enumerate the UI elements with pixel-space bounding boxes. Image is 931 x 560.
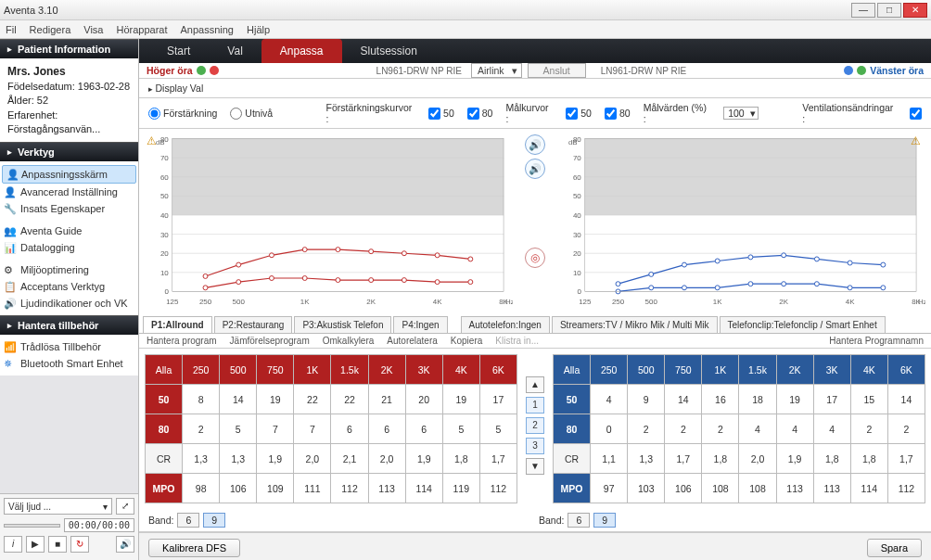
tab-fit[interactable]: Anpassa: [261, 39, 342, 63]
sidebar-acceptance[interactable]: 📋Acceptans Verktyg: [0, 278, 138, 295]
step-down-button[interactable]: ▼: [526, 458, 544, 475]
target-pct-select[interactable]: 100: [723, 107, 759, 120]
calibrate-dfs-button[interactable]: Kalibrera DFS: [148, 539, 240, 557]
menu-help[interactable]: Hjälp: [247, 24, 270, 35]
step-1-button[interactable]: 1: [526, 397, 544, 414]
menu-edit[interactable]: Redigera: [30, 24, 71, 35]
warn-icon[interactable]: ⚠: [147, 134, 159, 147]
warn-icon[interactable]: ⚠: [911, 134, 924, 147]
svg-text:500: 500: [645, 298, 658, 306]
svg-point-86: [682, 286, 686, 290]
media-stop[interactable]: ■: [48, 536, 67, 553]
sound-icon: 🔊: [4, 298, 17, 311]
link-combo[interactable]: Airlink: [471, 63, 522, 78]
sub-manage-programs[interactable]: Hantera program: [147, 336, 217, 346]
step-up-button[interactable]: ▲: [526, 376, 544, 393]
prog-tab-p1[interactable]: P1:Allround: [143, 316, 212, 333]
band-6-right[interactable]: 6: [568, 513, 590, 528]
sidebar-advanced[interactable]: 👤Avancerad Inställning: [0, 184, 138, 200]
gain-table-right-ear[interactable]: Alla2505007501K1.5k2K3K4K6K5081419222221…: [145, 354, 517, 503]
prog-tab-autophone[interactable]: Autotelefon:Ingen: [461, 316, 550, 333]
band-9-right[interactable]: 9: [593, 513, 616, 528]
accessories-panel-header[interactable]: Hantera tillbehör: [0, 315, 138, 335]
svg-text:10: 10: [160, 269, 169, 277]
vent-check[interactable]: [910, 108, 922, 120]
svg-point-83: [881, 262, 886, 267]
prog-tab-p4[interactable]: P4:Ingen: [393, 316, 447, 333]
sub-recalc[interactable]: Omkalkylera: [323, 336, 375, 346]
menu-file[interactable]: Fil: [6, 24, 17, 35]
svg-text:10: 10: [573, 269, 581, 277]
sidebar-sound-ind[interactable]: 🔊Ljudindikationer och VK: [0, 295, 138, 312]
display-select[interactable]: Display Val: [148, 83, 203, 94]
save-button[interactable]: Spara: [867, 539, 922, 557]
menu-hearing-aid[interactable]: Hörapparat: [116, 24, 167, 35]
tab-end-session[interactable]: Slutsession: [342, 39, 436, 63]
wireless-icon: 📶: [4, 341, 17, 354]
speaker-left-button[interactable]: 🔊: [525, 134, 545, 155]
connect-button[interactable]: Anslut: [528, 63, 586, 78]
right-ear-label: Höger öra: [147, 65, 219, 76]
guide-icon: 👥: [4, 225, 17, 238]
status-dot-icon: [857, 66, 866, 75]
close-button[interactable]: ✕: [903, 3, 927, 18]
prog-tab-p2[interactable]: P2:Restaurang: [214, 316, 293, 333]
svg-text:60: 60: [573, 173, 581, 182]
sidebar-insert-props[interactable]: 🔧Insats Egenskaper: [0, 200, 138, 217]
svg-point-80: [782, 253, 786, 258]
svg-text:70: 70: [573, 154, 581, 162]
sub-compare[interactable]: Jämförelseprogram: [230, 336, 310, 346]
step-3-button[interactable]: 3: [526, 438, 544, 454]
media-loop[interactable]: ↻: [70, 536, 89, 553]
sidebar-env-opt[interactable]: ⚙Miljöoptimering: [0, 261, 138, 278]
sidebar-datalogging[interactable]: 📊Datalogging: [0, 239, 138, 256]
patient-experience: Erfarenhet: Förstagångsanvän...: [7, 108, 131, 137]
link-ears-button[interactable]: ◎: [525, 248, 545, 268]
svg-point-42: [369, 278, 374, 283]
left-ear-label: Vänster öra: [844, 65, 924, 76]
speaker-right-button[interactable]: 🔊: [525, 159, 545, 179]
menu-fitting[interactable]: Anpassning: [181, 24, 235, 35]
sub-copy[interactable]: Kopiera: [451, 336, 482, 346]
minimize-button[interactable]: —: [851, 3, 875, 18]
media-info[interactable]: i: [4, 536, 22, 553]
sub-manage-names[interactable]: Hantera Programnamn: [829, 336, 924, 346]
svg-point-36: [468, 257, 473, 261]
tools-panel-header[interactable]: Verktyg: [0, 142, 138, 161]
media-expand[interactable]: ⤢: [116, 498, 134, 515]
svg-text:Hz: Hz: [918, 298, 925, 306]
gain-80-check[interactable]: 80: [467, 108, 493, 120]
patient-name: Mrs. Jones: [7, 64, 131, 80]
datalog-icon: 📊: [4, 242, 17, 255]
sub-autorelate[interactable]: Autorelatera: [387, 336, 437, 346]
sidebar-bluetooth[interactable]: ✵Bluetooth Smart Enhet: [0, 355, 138, 372]
sound-select[interactable]: Välj ljud ...▾: [4, 498, 112, 515]
step-2-button[interactable]: 2: [526, 417, 544, 434]
menu-view[interactable]: Visa: [83, 24, 103, 35]
target-80-check[interactable]: 80: [605, 108, 631, 120]
band-9-left[interactable]: 9: [203, 513, 225, 528]
band-6-left[interactable]: 6: [177, 513, 199, 528]
prog-tab-p3[interactable]: P3:Akustisk Telefon: [294, 316, 391, 333]
maximize-button[interactable]: □: [877, 3, 901, 18]
gain-50-check[interactable]: 50: [428, 108, 454, 120]
target-curves-label: Målkurvor :: [505, 102, 553, 124]
gain-table-left-ear[interactable]: Alla2505007501K1.5k2K3K4K6K5049141618191…: [553, 354, 925, 503]
tab-selection[interactable]: Val: [209, 39, 261, 63]
svg-text:125: 125: [166, 298, 179, 306]
prog-tab-streamers[interactable]: Streamers:TV / Mikro Mik / Multi Mik: [552, 316, 718, 333]
patient-info: Mrs. Jones Födelsedatum: 1963-02-28 Ålde…: [0, 58, 138, 142]
patient-panel-header[interactable]: Patient Information: [0, 39, 138, 58]
media-play[interactable]: ▶: [26, 536, 45, 553]
sidebar-aventa-guide[interactable]: 👥Aventa Guide: [0, 223, 138, 239]
sidebar-fit-screen[interactable]: 👤Anpassningsskärm: [2, 165, 136, 184]
gain-radio[interactable]: Förstärkning: [148, 108, 217, 120]
sidebar-wireless[interactable]: 📶Trådlösa Tillbehör: [0, 338, 138, 355]
svg-text:0: 0: [577, 287, 581, 296]
output-radio[interactable]: Utnivå: [230, 108, 273, 120]
prog-tab-phoneclip[interactable]: Telefonclip:Telefonclip / Smart Enhet: [720, 316, 886, 333]
target-50-check[interactable]: 50: [566, 108, 592, 120]
media-progress[interactable]: [4, 524, 60, 528]
media-volume[interactable]: 🔊: [116, 536, 134, 553]
tab-start[interactable]: Start: [148, 39, 209, 63]
